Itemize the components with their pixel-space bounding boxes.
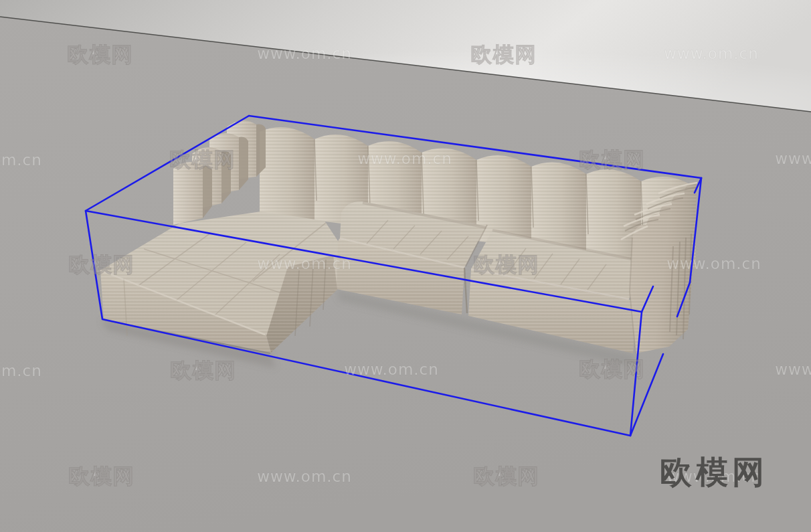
- watermark-brand: 欧模网: [471, 42, 537, 66]
- watermark-url: www.om.cn: [0, 362, 42, 379]
- watermark-brand: 欧模网: [474, 464, 540, 488]
- watermark-url: www.om.cn: [257, 45, 352, 62]
- watermark-url: www.om.cn: [357, 150, 452, 167]
- watermark-url: www.om.cn: [775, 150, 811, 167]
- watermark-brand: 欧模网: [579, 357, 646, 381]
- 3d-viewport[interactable]: 欧模网www.om.cn欧模网www.om.cnwww.om.cn欧模网www.…: [0, 0, 811, 532]
- site-logo: 欧模网: [660, 453, 768, 491]
- watermark-url: www.om.cn: [344, 361, 439, 378]
- model-viewer-stage: 欧模网www.om.cn欧模网www.om.cnwww.om.cn欧模网www.…: [0, 0, 811, 532]
- watermark-brand: 欧模网: [171, 358, 237, 382]
- watermark-brand: 欧模网: [579, 147, 646, 171]
- watermark-brand: 欧模网: [69, 464, 135, 488]
- watermark-brand: 欧模网: [68, 42, 134, 66]
- watermark-url: www.om.cn: [257, 255, 352, 272]
- watermark-url: www.om.cn: [666, 255, 761, 272]
- watermark-brand: 欧模网: [69, 252, 135, 276]
- watermark-url: www.om.cn: [775, 361, 811, 378]
- watermark-url: www.om.cn: [0, 151, 42, 169]
- watermark-brand: 欧模网: [474, 252, 540, 276]
- fabric-texture: [260, 127, 314, 220]
- watermark-url: www.om.cn: [257, 468, 352, 485]
- watermark-url: www.om.cn: [664, 45, 759, 62]
- watermark-brand: 欧模网: [170, 147, 236, 171]
